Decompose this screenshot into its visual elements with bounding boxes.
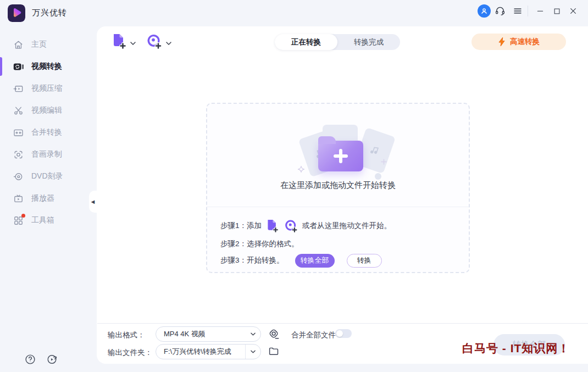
toolbox-badge xyxy=(21,214,25,218)
chevron-down-icon xyxy=(245,345,260,359)
lightning-icon xyxy=(498,37,506,47)
player-icon xyxy=(13,193,24,204)
merge-convert-icon xyxy=(13,127,24,138)
app-logo-icon xyxy=(8,4,25,22)
tab-converting[interactable]: 正在转换 xyxy=(275,34,337,50)
decor-dot xyxy=(375,173,381,180)
output-folder-value: F:\万兴优转\转换完成 xyxy=(156,347,245,357)
sidebar-item-video-compress[interactable]: 视频压缩 xyxy=(0,77,97,99)
sidebar-item-label: 合并转换 xyxy=(31,127,62,137)
chevron-down-icon xyxy=(166,42,171,45)
output-format-label: 输出格式： xyxy=(108,330,145,340)
step-3: 步骤3：开始转换。 转换全部 转换 xyxy=(220,253,382,268)
step1-suffix: 或者从这里拖动文件开始。 xyxy=(302,221,391,231)
convert-all-pill-button[interactable]: 转换全部 xyxy=(295,254,335,268)
step-1: 步骤1：添加 或者从这里拖动文件开始。 xyxy=(220,218,391,234)
add-file-button[interactable] xyxy=(112,33,136,49)
close-button[interactable] xyxy=(567,5,579,17)
video-compress-icon xyxy=(13,84,24,94)
output-folder-dropdown[interactable]: F:\万兴优转\转换完成 xyxy=(156,344,261,359)
titlebar: 万兴优转 xyxy=(0,0,588,26)
sidebar-item-video-convert[interactable]: 视频转换 xyxy=(0,55,97,77)
app-title: 万兴优转 xyxy=(32,8,67,18)
sidebar-item-screen-record[interactable]: 音画录制 xyxy=(0,143,97,165)
support-headset-icon[interactable] xyxy=(494,5,506,17)
sparkle-icon xyxy=(296,165,306,175)
sidebar-item-label: DVD刻录 xyxy=(31,171,63,181)
output-format-dropdown[interactable]: MP4 4K 视频 xyxy=(156,326,261,342)
dropzone-hint: 在这里添加或拖动文件开始转换 xyxy=(207,180,469,191)
add-file-icon[interactable] xyxy=(266,219,279,233)
chevron-down-icon xyxy=(130,42,136,45)
menu-icon[interactable] xyxy=(512,5,524,17)
active-indicator-bar xyxy=(0,57,2,76)
person-icon xyxy=(480,7,489,15)
step3-text: 步骤3：开始转换。 xyxy=(220,256,284,265)
sparkle-plus-icon xyxy=(381,159,387,165)
step-2: 步骤2：选择你的格式。 xyxy=(220,239,299,249)
titlebar-divider xyxy=(528,5,528,16)
highspeed-label: 高速转换 xyxy=(510,37,540,47)
add-folder-graphic xyxy=(318,141,363,171)
add-dvd-icon xyxy=(146,33,162,49)
home-icon xyxy=(13,40,24,50)
plus-icon xyxy=(334,149,348,163)
video-edit-icon xyxy=(13,106,24,116)
file-dropzone[interactable]: 在这里添加或拖动文件开始转换 步骤1：添加 或者从这里拖动文件开始。 步骤2：选… xyxy=(206,103,470,273)
screen-record-icon xyxy=(13,149,24,160)
output-folder-label: 输出文件夹： xyxy=(108,348,152,358)
sidebar-item-label: 视频压缩 xyxy=(31,84,62,93)
open-folder-icon[interactable] xyxy=(268,346,280,357)
sidebar-collapse-handle[interactable]: ◄ xyxy=(89,191,97,213)
step1-prefix: 步骤1：添加 xyxy=(220,221,262,231)
dvd-burn-icon xyxy=(13,171,24,182)
sidebar-item-label: 工具箱 xyxy=(31,215,54,225)
sidebar-item-label: 视频转换 xyxy=(31,62,62,71)
sidebar-item-merge-convert[interactable]: 合并转换 xyxy=(0,121,97,143)
user-avatar[interactable] xyxy=(478,4,491,18)
watermark-text: 白马号 - IT知识网！ xyxy=(462,341,570,356)
tab-finished[interactable]: 转换完成 xyxy=(337,34,400,50)
sidebar-item-toolbox[interactable]: 工具箱 xyxy=(0,209,97,231)
sidebar-item-player[interactable]: 播放器 xyxy=(0,187,97,209)
merge-all-label: 合并全部文件 xyxy=(291,330,336,340)
feedback-icon[interactable] xyxy=(46,353,58,365)
chevron-left-icon: ◄ xyxy=(90,199,96,205)
merge-all-toggle[interactable] xyxy=(335,329,352,338)
sidebar-item-home[interactable]: 主页 xyxy=(0,34,97,55)
minimize-button[interactable] xyxy=(534,5,546,17)
sidebar-item-label: 音画录制 xyxy=(31,149,62,159)
convert-status-tabs: 正在转换 转换完成 xyxy=(275,34,400,50)
sidebar-item-dvd-burn[interactable]: DVD刻录 xyxy=(0,165,97,187)
sidebar-item-label: 播放器 xyxy=(31,193,54,203)
add-dvd-icon[interactable] xyxy=(284,219,298,233)
format-settings-icon[interactable] xyxy=(268,328,280,340)
add-file-icon xyxy=(112,33,126,49)
footer-separator xyxy=(97,323,588,324)
app-window: 万兴优转 xyxy=(0,0,588,372)
add-dvd-button[interactable] xyxy=(146,33,171,49)
maximize-button[interactable] xyxy=(551,5,563,17)
sidebar-item-label: 视频编辑 xyxy=(31,106,62,115)
chevron-down-icon xyxy=(245,327,260,341)
convert-pill-button[interactable]: 转换 xyxy=(347,254,382,268)
sidebar-item-label: 主页 xyxy=(31,40,47,49)
video-convert-icon xyxy=(13,62,24,72)
sidebar-item-video-edit[interactable]: 视频编辑 xyxy=(0,99,97,121)
sidebar: 主页 视频转换 视频压缩 xyxy=(0,34,97,231)
highspeed-convert-button[interactable]: 高速转换 xyxy=(471,34,566,50)
help-icon[interactable] xyxy=(24,353,36,365)
dropzone-divider xyxy=(207,207,469,207)
output-format-value: MP4 4K 视频 xyxy=(156,329,245,339)
